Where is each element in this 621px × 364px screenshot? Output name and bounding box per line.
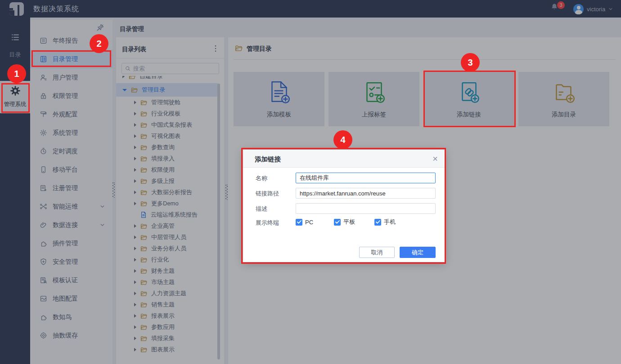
annotation-step-2: 2 <box>90 34 108 53</box>
dialog-title: 添加链接 <box>255 155 281 164</box>
link-path-field[interactable] <box>296 188 436 199</box>
close-icon[interactable]: × <box>432 153 438 164</box>
cancel-button[interactable]: 取消 <box>359 247 395 258</box>
checkbox-pc[interactable]: PC <box>296 218 334 226</box>
checkbox-checked-icon <box>334 219 341 226</box>
name-row: 名称 <box>243 173 445 183</box>
dialog-header: 添加链接 × <box>243 150 445 168</box>
annotation-step-4: 4 <box>333 130 352 149</box>
url-row: 链接路径 <box>243 188 445 199</box>
terminal-label: 展示终端 <box>256 219 279 227</box>
url-label: 链接路径 <box>256 190 279 198</box>
name-label: 名称 <box>256 174 267 182</box>
description-label: 描述 <box>256 205 267 213</box>
terminal-options: PC 平板 手机 <box>296 218 396 226</box>
name-field[interactable] <box>296 173 436 183</box>
checkbox-mobile[interactable]: 手机 <box>374 218 396 226</box>
app-window: 数据决策系统 3 victoria 目录 <box>0 0 621 364</box>
checkbox-checked-icon <box>296 219 302 226</box>
annotation-step-3: 3 <box>461 53 480 72</box>
description-field[interactable] <box>296 203 436 214</box>
description-row: 描述 <box>243 203 445 214</box>
terminal-row: 展示终端 PC 平板 手机 <box>243 217 445 228</box>
ok-button[interactable]: 确定 <box>400 247 436 258</box>
checkbox-tablet[interactable]: 平板 <box>334 218 374 226</box>
annotation-step-1: 1 <box>7 64 26 83</box>
add-link-dialog: 添加链接 × 名称 链接路径 描述 展示终端 PC 平板 <box>243 150 445 262</box>
checkbox-checked-icon <box>374 219 381 226</box>
